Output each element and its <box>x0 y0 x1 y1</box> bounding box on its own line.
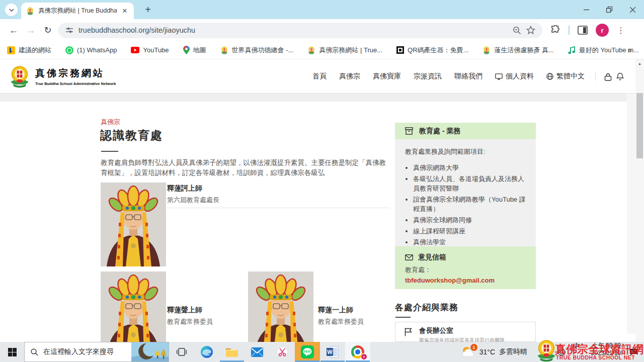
web-page: 真佛宗務網站 True Buddha School Administrative… <box>0 59 644 342</box>
reload-button[interactable]: ↻ <box>39 25 56 36</box>
caption-divider <box>167 208 390 208</box>
task-view-button[interactable] <box>169 342 194 362</box>
file-explorer-button[interactable] <box>219 342 245 362</box>
search-icon <box>31 348 38 356</box>
nav-profile[interactable]: 個人資料 <box>495 72 534 81</box>
site-title: 真佛宗務網站 <box>35 67 116 80</box>
scrollbar-up-arrow[interactable]: ▲ <box>635 62 644 65</box>
file-explorer-icon <box>225 347 238 357</box>
window-controls <box>575 0 644 19</box>
person-name: 釋蓮聲上師 <box>167 306 213 315</box>
line-app-button[interactable] <box>295 342 320 362</box>
tray-chevron-up-icon[interactable] <box>545 350 551 354</box>
page-scrollbar[interactable] <box>627 94 635 334</box>
nav-school-info[interactable]: 宗派資訊 <box>414 72 442 81</box>
edge-icon <box>200 345 213 358</box>
intro-paragraph: 教育處肩負師尊對弘法人員及真佛弟子的期望，以佛法灌溉提升素質。主要任務是制定「真… <box>101 158 391 178</box>
scissors-icon <box>277 346 288 357</box>
ime-indicator[interactable]: 中 <box>571 342 583 362</box>
browser-tab[interactable]: 真佛宗務網站 | True Buddha Sc ✕ <box>21 3 134 19</box>
profile-avatar[interactable]: r <box>596 24 609 37</box>
clock-date: 2023/11/10 <box>583 349 621 357</box>
nav-treasury[interactable]: 真佛寶庫 <box>373 72 401 81</box>
snipping-tool-button[interactable] <box>270 342 295 362</box>
lock-icon <box>604 73 612 81</box>
page-scrollbar[interactable]: ▲ <box>635 59 644 342</box>
page-title: 認識教育處 <box>100 128 163 143</box>
nav-language[interactable]: 繁體中文 <box>546 72 585 81</box>
login-lock-button[interactable] <box>604 73 612 81</box>
action-center-button[interactable] <box>623 342 644 362</box>
weather-widget[interactable]: 1 31°C 多雲時晴 <box>461 342 540 362</box>
svg-text:W: W <box>327 349 333 355</box>
bell-icon <box>616 72 624 81</box>
crest-icon <box>220 46 228 54</box>
office-card-link[interactable]: 會長辦公室 聚集宗派各領域的菁英及培育行政團隊 <box>395 322 536 342</box>
edge-button[interactable] <box>194 342 219 362</box>
back-button[interactable]: ← <box>5 25 22 36</box>
word-button[interactable]: W <box>320 342 345 362</box>
chrome-button[interactable]: r <box>345 342 370 362</box>
bookmark-maps[interactable]: 地圖 <box>183 46 206 55</box>
forward-button[interactable]: → <box>22 25 39 36</box>
minimize-button[interactable] <box>575 0 598 19</box>
sections-heading: 各處介紹與業務 <box>395 302 458 313</box>
nav-home[interactable]: 首頁 <box>312 72 327 81</box>
breadcrumb[interactable]: 真佛宗 <box>101 118 120 127</box>
chevron-down-icon <box>9 9 14 12</box>
url-text[interactable]: truebuddhaschool.org/site/jiaoyuchu <box>78 26 508 34</box>
start-button[interactable] <box>0 342 24 362</box>
site-logo[interactable]: 真佛宗務網站 True Buddha School Administrative… <box>8 65 116 88</box>
bookmark-star-icon[interactable] <box>526 26 535 35</box>
bookmark-qr-generator[interactable]: QR碼產生器：免費... <box>396 46 468 55</box>
person-title: 教育處常務委員 <box>167 317 213 326</box>
sidebar-services-box: 教育處 - 業務 教育處業務及詢問範圍項目: 真佛宗網路大學 各級弘法人員、各道… <box>395 123 536 256</box>
scrollbar-thumb[interactable] <box>636 93 643 158</box>
bookmark-whatsapp[interactable]: (1) WhatsApp <box>65 46 117 54</box>
bookmark-tbs-admin[interactable]: 真佛宗務網站 | True... <box>307 46 382 55</box>
task-view-icon <box>177 348 187 356</box>
person-caption-1: 釋蓮訶上師 第六屆教育處處長 <box>167 184 219 205</box>
person-name: 釋蓮訶上師 <box>167 184 219 193</box>
mailbox-title: 意見信箱 <box>418 253 446 262</box>
side-panel-icon[interactable] <box>578 26 588 35</box>
url-bar[interactable]: truebuddhaschool.org/site/jiaoyuchu <box>58 23 542 38</box>
system-tray <box>540 342 571 362</box>
new-tab-button[interactable]: + <box>142 4 154 16</box>
extensions-icon[interactable] <box>550 25 560 35</box>
tray-status-icon[interactable] <box>558 348 566 356</box>
nav-contact[interactable]: 聯絡我們 <box>454 72 482 81</box>
person-photo-3 <box>248 272 313 342</box>
tab-search-button[interactable] <box>5 4 18 16</box>
site-info-tune-icon[interactable] <box>65 26 73 34</box>
bookmarks-overflow-button[interactable]: » <box>627 46 632 55</box>
search-placeholder: 在這裡輸入文字來搜尋 <box>43 347 114 356</box>
bookmark-tbf-federation[interactable]: 世界真佛功德總會 -... <box>220 46 294 55</box>
tab-close-icon[interactable]: ✕ <box>121 7 129 15</box>
nav-true-buddha-school[interactable]: 真佛宗 <box>339 72 360 81</box>
taskbar-search-box[interactable]: 在這裡輸入文字來搜尋 <box>24 342 169 362</box>
mail-button[interactable] <box>245 342 270 362</box>
weather-icon: 1 <box>461 345 475 358</box>
list-item: 真佛法學堂 <box>413 237 527 247</box>
bookmarks-bar: 建議的網站 (1) WhatsApp YouTube 地圖 世界真佛功德總會 -… <box>0 41 644 59</box>
bookmark-suggested-sites[interactable]: 建議的網站 <box>7 46 51 55</box>
browser-menu-button[interactable]: ⋮ <box>617 26 625 35</box>
close-window-button[interactable] <box>621 0 644 19</box>
bookmark-grandmaster[interactable]: 蓮生活佛盧勝彥 真... <box>482 46 553 55</box>
bing-icon <box>7 46 15 54</box>
restore-button[interactable] <box>598 0 621 19</box>
page-content: 真佛宗 認識教育處 教育處肩負師尊對弘法人員及真佛弟子的期望，以佛法灌溉提升素質… <box>0 102 635 342</box>
mailbox-email-link[interactable]: tbfeduworkshop@gmail.com <box>405 277 526 284</box>
toolbar-right-cluster: r ⋮ <box>550 24 625 37</box>
bookmark-youtube[interactable]: YouTube <box>131 46 169 54</box>
weather-temp: 31°C <box>479 348 495 356</box>
zoom-out-icon[interactable] <box>513 26 521 35</box>
word-icon: W <box>327 346 339 358</box>
site-crest-icon <box>8 65 31 88</box>
notifications-bell-button[interactable] <box>616 72 624 81</box>
services-box-body: 教育處業務及詢問範圍項目: 真佛宗網路大學 各級弘法人員、各道場負責人及法務人員… <box>395 139 536 256</box>
globe-icon <box>546 73 553 80</box>
taskbar-clock[interactable]: 上午 09:29 2023/11/10 <box>583 342 623 362</box>
person-photo-2 <box>101 272 166 342</box>
